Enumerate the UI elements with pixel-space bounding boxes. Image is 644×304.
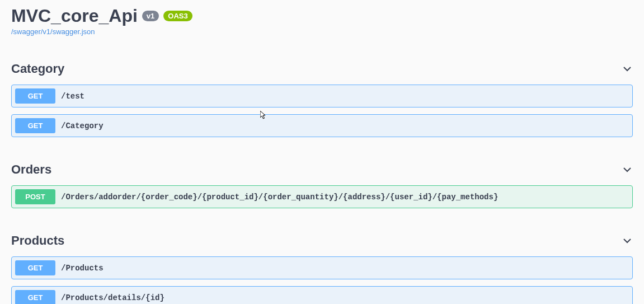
- tag-section: Orders POST /Orders/addorder/{order_code…: [11, 157, 633, 208]
- swagger-json-link[interactable]: /swagger/v1/swagger.json: [11, 27, 95, 36]
- operations-list: GET /Products GET /Products/details/{id}…: [11, 256, 633, 304]
- endpoint-path: /Products/details/{id}: [61, 293, 164, 302]
- operations-list: GET /test GET /Category: [11, 85, 633, 137]
- title-row: MVC_core_Api v1 OAS3: [11, 6, 633, 26]
- tag-section: Category GET /test GET /Category: [11, 56, 633, 137]
- api-header: MVC_core_Api v1 OAS3 /swagger/v1/swagger…: [11, 0, 633, 36]
- endpoint-path: /test: [61, 92, 84, 101]
- http-method-badge: GET: [15, 118, 55, 133]
- http-method-badge: GET: [15, 260, 55, 275]
- tag-name: Orders: [11, 162, 51, 177]
- operation-block[interactable]: GET /Products/details/{id}: [11, 286, 633, 304]
- endpoint-path: /Category: [61, 121, 104, 130]
- http-method-badge: GET: [15, 290, 55, 304]
- operation-block[interactable]: GET /Category: [11, 114, 633, 137]
- tag-header[interactable]: Orders: [11, 157, 633, 183]
- chevron-down-icon: [622, 63, 633, 74]
- version-badge: v1: [142, 11, 159, 22]
- tag-name: Products: [11, 233, 64, 248]
- operation-block[interactable]: GET /test: [11, 85, 633, 107]
- operations-list: POST /Orders/addorder/{order_code}/{prod…: [11, 185, 633, 208]
- tag-name: Category: [11, 62, 64, 76]
- oas-badge: OAS3: [163, 11, 192, 22]
- endpoint-path: /Products: [61, 264, 104, 273]
- tag-section: Products GET /Products GET /Products/det…: [11, 228, 633, 304]
- tag-header[interactable]: Category: [11, 56, 633, 82]
- tag-header[interactable]: Products: [11, 228, 633, 254]
- chevron-down-icon: [622, 235, 633, 246]
- operation-block[interactable]: GET /Products: [11, 256, 633, 279]
- http-method-badge: POST: [15, 189, 55, 204]
- endpoint-path: /Orders/addorder/{order_code}/{product_i…: [61, 193, 498, 202]
- http-method-badge: GET: [15, 88, 55, 104]
- operation-block[interactable]: POST /Orders/addorder/{order_code}/{prod…: [11, 185, 633, 208]
- chevron-down-icon: [622, 164, 633, 175]
- api-title: MVC_core_Api: [11, 6, 138, 26]
